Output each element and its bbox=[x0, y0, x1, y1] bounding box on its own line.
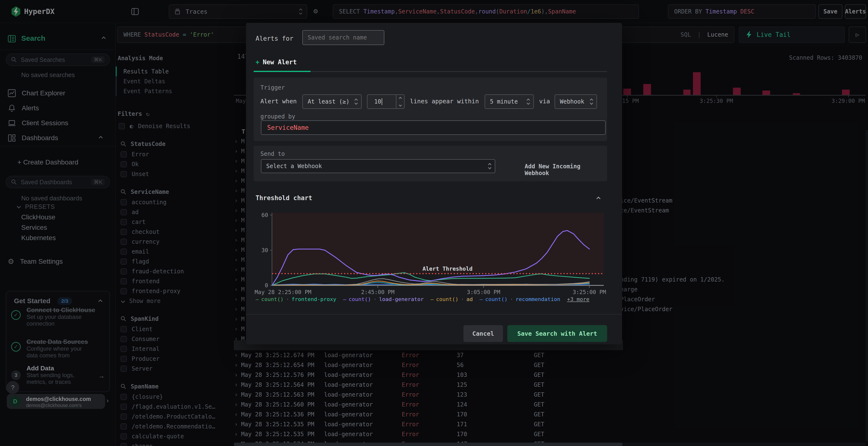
save-search-with-alert-button[interactable]: Save Search with Alert bbox=[507, 325, 607, 342]
webhook-select[interactable]: Select a Webhook bbox=[261, 159, 495, 173]
svg-text:May 28 2:25:00 PM: May 28 2:25:00 PM bbox=[255, 289, 311, 295]
chart-legend: —count()·frontend-proxy—count()·load-gen… bbox=[255, 296, 613, 303]
legend-line-swatch: — bbox=[343, 296, 346, 302]
svg-text:3:25:00 PM: 3:25:00 PM bbox=[572, 289, 606, 295]
legend-line-swatch: — bbox=[255, 296, 259, 302]
add-webhook-link[interactable]: Add New Incoming Webhook bbox=[525, 163, 607, 176]
legend-line-swatch: — bbox=[430, 296, 434, 302]
legend-item-ad[interactable]: —count()·ad bbox=[430, 296, 473, 302]
condition-select[interactable]: At least (≥) bbox=[302, 94, 362, 109]
send-to-label: Send to bbox=[260, 150, 285, 157]
svg-text:30: 30 bbox=[261, 247, 268, 253]
svg-text:Alert Threshold: Alert Threshold bbox=[423, 266, 472, 272]
number-stepper[interactable] bbox=[396, 95, 404, 108]
legend-line-swatch: — bbox=[479, 296, 483, 302]
select-chevrons-icon bbox=[355, 99, 357, 104]
select-chevrons-icon bbox=[590, 99, 593, 104]
legend-item-frontend-proxy[interactable]: —count()·frontend-proxy bbox=[255, 296, 336, 302]
divider bbox=[246, 314, 622, 314]
alert-modal: Alerts for +New Alert Trigger Alert when… bbox=[246, 23, 622, 344]
trigger-section: Trigger Alert when At least (≥) 10 lines… bbox=[254, 77, 607, 141]
saved-search-name-input[interactable] bbox=[302, 30, 384, 45]
tab-new-alert[interactable]: +New Alert bbox=[255, 59, 297, 66]
threshold-chart-title: Threshold chart bbox=[255, 194, 312, 202]
svg-text:0: 0 bbox=[265, 282, 268, 288]
svg-text:2:45:00 PM: 2:45:00 PM bbox=[361, 289, 395, 295]
chart-collapse-chevron-icon[interactable] bbox=[596, 197, 600, 201]
grouped-by-input[interactable]: ServiceName bbox=[261, 121, 606, 135]
text-caret bbox=[382, 98, 382, 105]
modal-title: Alerts for bbox=[255, 35, 293, 42]
trigger-label: Trigger bbox=[260, 84, 285, 91]
svg-text:60: 60 bbox=[261, 212, 268, 218]
select-chevrons-icon bbox=[489, 164, 491, 169]
channel-select[interactable]: Webhook bbox=[555, 94, 597, 109]
grouped-by-label: grouped by bbox=[260, 113, 296, 120]
select-chevrons-icon bbox=[527, 99, 529, 104]
send-to-section: Send to Select a Webhook Add New Incomin… bbox=[254, 146, 607, 181]
threshold-chart: 03060Alert ThresholdMay 28 2:25:00 PM2:4… bbox=[246, 202, 613, 296]
legend-item-load-generator[interactable]: —count()·load-generator bbox=[343, 296, 424, 302]
cancel-button[interactable]: Cancel bbox=[463, 325, 503, 342]
tab-underline-active bbox=[254, 71, 311, 72]
alert-when-label: Alert when bbox=[260, 98, 297, 105]
legend-more-button[interactable]: +3 more bbox=[567, 296, 590, 302]
threshold-value-input[interactable]: 10 bbox=[367, 94, 405, 109]
lines-within-label: lines appear within bbox=[410, 98, 479, 105]
window-select[interactable]: 5 minute bbox=[485, 94, 534, 109]
via-label: via bbox=[539, 98, 550, 105]
plus-icon: + bbox=[255, 59, 259, 66]
legend-item-recommendation[interactable]: —count()·recommendation bbox=[479, 296, 560, 302]
svg-text:3:05:00 PM: 3:05:00 PM bbox=[467, 289, 500, 295]
hyperdx-app: HyperDX Traces ⚙ SELECT Timestamp,Servic… bbox=[0, 0, 868, 446]
